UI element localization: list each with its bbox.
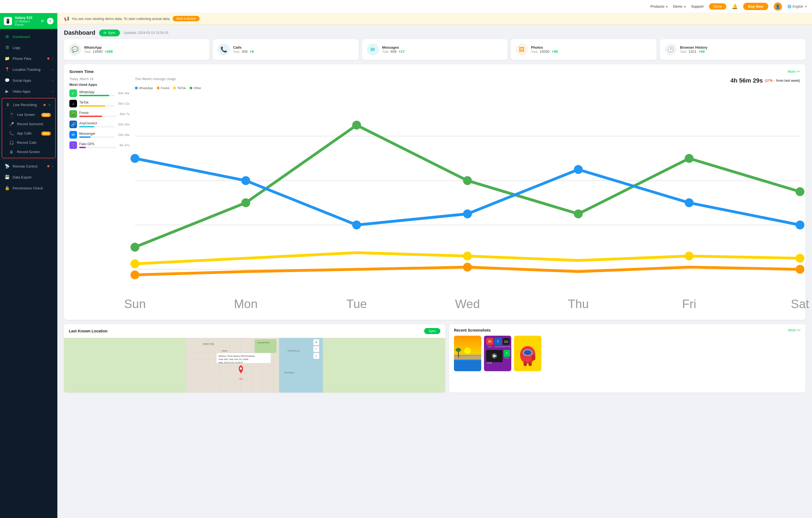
week-change: (17% ↑ from last week) <box>765 79 800 83</box>
language-selector[interactable]: 🌐 English ▾ <box>787 5 807 8</box>
svg-point-21 <box>795 254 804 263</box>
remote-control-icon: 📡 <box>4 164 10 169</box>
forest-app-icon: 🌳 <box>69 110 77 118</box>
svg-text:Facebook: Facebook <box>494 346 502 348</box>
sidebar-item-data-export[interactable]: 💾 Data Export <box>0 172 57 183</box>
screenshot-thumb-beach[interactable] <box>454 336 481 371</box>
svg-point-15 <box>574 165 583 174</box>
demo-banner-text: You are now viewing demo data. To start … <box>71 17 170 21</box>
photos-total-label: Total <box>531 50 537 53</box>
video-apps-icon: ▶ <box>4 89 10 94</box>
stat-card-calls[interactable]: 📞 Calls Total 359 +6 <box>213 39 358 60</box>
sidebar-item-record-screen[interactable]: 🖥 Record Screen <box>2 147 55 157</box>
screen-time-more-link[interactable]: More >> <box>788 70 800 74</box>
svg-point-11 <box>130 154 139 163</box>
calls-delta: +6 <box>250 50 254 54</box>
screen-time-title: Screen Time <box>69 69 94 74</box>
video-apps-arrow-icon: › <box>52 90 53 93</box>
legend-other: Other <box>190 86 201 90</box>
nav-demo[interactable]: Demo ▾ <box>673 4 686 8</box>
social-apps-icon: 💬 <box>4 78 10 83</box>
bottom-row: Last Known Location Sync <box>57 324 812 398</box>
dashboard-icon: ⊞ <box>4 34 10 39</box>
browser-history-stat-name: Browser History <box>680 45 801 50</box>
live-recording-icon: 🎙 <box>5 103 10 107</box>
sidebar-item-dashboard[interactable]: ⊞ Dashboard <box>0 31 57 42</box>
today-label: Today, March 19 <box>69 77 129 81</box>
stat-card-browser-history[interactable]: 🕐 Browser History Total 1321 +54 <box>660 39 806 60</box>
sidebar-item-video-apps[interactable]: ▶ Video Apps › <box>0 86 57 97</box>
chart-legend: WhatsApp Forest TikTok <box>135 86 800 90</box>
stat-card-messages[interactable]: ✉ Messages Total 608 +17 <box>362 39 508 60</box>
browser-history-icon: 🕐 <box>665 44 677 55</box>
messages-total-val: 608 <box>390 50 397 54</box>
app-bar-tiktok: ♪ TikTok 35m 11s <box>69 100 129 107</box>
sidebar-item-social-apps[interactable]: 💬 Social Apps › <box>0 75 57 86</box>
sidebar-label-dashboard: Dashboard <box>12 35 53 39</box>
stat-card-whatsapp[interactable]: 💬 WhatsApp Total 14560 +268 <box>64 39 209 60</box>
device-sub: Lil' Bobby's Phone <box>15 20 38 26</box>
sync-button[interactable]: ⟳ Sync <box>99 29 120 36</box>
svg-point-8 <box>574 209 583 218</box>
sidebar: 📱 Galaxy S10 Lil' Bobby's Phone ⟳ $ ⊞ Da… <box>0 13 57 518</box>
screenshots-row: ✉ f GS Email Facebook Galaxy Store 0:11 <box>454 336 801 371</box>
record-screen-icon: 🖥 <box>9 150 14 154</box>
svg-text:Central Park: Central Park <box>257 342 269 344</box>
svg-point-61 <box>240 367 242 370</box>
sidebar-item-permissions-check[interactable]: 🔒 Permissions Check <box>0 183 57 193</box>
svg-rect-98 <box>528 362 532 366</box>
sidebar-item-record-surround[interactable]: 🎤 Record Surround <box>2 119 55 129</box>
sidebar-item-live-screen[interactable]: 📱 Live Screen New <box>2 110 55 119</box>
nav-products[interactable]: Products ▾ <box>650 4 668 8</box>
sidebar-label-logs: Logs <box>12 46 53 50</box>
device-icon: 📱 <box>4 17 12 25</box>
svg-text:Galaxy Store: Galaxy Store <box>501 346 511 348</box>
sidebar-item-logs[interactable]: ☰ Logs <box>0 42 57 53</box>
nav-links: Products ▾ Demo ▾ Support <box>650 4 703 8</box>
live-screen-badge: New <box>41 113 51 117</box>
notification-bell-icon[interactable]: 🔔 <box>732 4 738 9</box>
stat-card-photos[interactable]: 🖼 Photos Total 15000 +39 <box>511 39 656 60</box>
svg-point-20 <box>685 251 693 260</box>
sidebar-item-record-calls[interactable]: 🎧 Record Calls <box>2 138 55 147</box>
calls-total-label: Total <box>233 50 239 53</box>
svg-text:Weeh: Weeh <box>222 350 228 352</box>
svg-rect-96 <box>531 355 535 360</box>
sidebar-label-data-export: Data Export <box>12 175 53 179</box>
svg-text:ASTORIA: ASTORIA <box>285 372 294 374</box>
bind-device-button[interactable]: bind a device <box>173 16 200 21</box>
sidebar-item-location-tracking[interactable]: 📍 Location Tracking › <box>0 64 57 75</box>
whatsapp-total-label: Total <box>84 50 90 53</box>
svg-text:Address: Times Square,1560 Bro: Address: Times Square,1560 Broadway <box>219 355 255 357</box>
nav-support[interactable]: Support <box>691 4 703 8</box>
sidebar-label-live-recording: Live Recording <box>13 103 41 107</box>
user-avatar[interactable]: 👤 <box>774 2 782 11</box>
beach-thumbnail <box>454 336 481 371</box>
social-apps-arrow-icon: › <box>52 79 53 82</box>
app-calls-badge: New <box>41 132 51 136</box>
location-tracking-icon: 📍 <box>4 67 10 72</box>
app-bar-messenger: ✉ Messenger 15m 26s <box>69 131 129 139</box>
screen-time-card: Screen Time More >> Today, March 19 Most… <box>64 64 806 320</box>
location-sync-button[interactable]: Sync <box>424 328 440 334</box>
screenshot-thumb-phone[interactable]: ✉ f GS Email Facebook Galaxy Store 0:11 <box>484 336 511 371</box>
sidebar-item-app-calls[interactable]: 📞 App Calls New <box>2 129 55 138</box>
screenshot-thumb-game[interactable] <box>514 336 541 371</box>
sidebar-item-remote-control[interactable]: 📡 Remote Control › <box>0 161 57 172</box>
screenshots-more-link[interactable]: More >> <box>788 328 801 332</box>
buy-now-button[interactable]: Buy Now <box>743 3 768 10</box>
svg-point-24 <box>795 265 804 274</box>
most-used-title: Most Used Apps <box>69 83 129 87</box>
phone-files-arrow-icon: › <box>52 57 53 60</box>
messenger-app-icon: ✉ <box>69 131 77 139</box>
live-screen-icon: 📱 <box>9 113 14 117</box>
screenshots-card: Recent Screenshots More >> <box>449 324 806 392</box>
remote-control-dot <box>47 165 50 167</box>
sidebar-item-live-recording[interactable]: 🎙 Live Recording ∨ <box>2 100 55 110</box>
device-selector[interactable]: 📱 Galaxy S10 Lil' Bobby's Phone ⟳ $ <box>0 13 57 29</box>
legend-forest: Forest <box>157 86 169 90</box>
device-arrow-icon: ⟳ <box>41 19 44 23</box>
svg-text:Mon: Mon <box>234 297 258 310</box>
sidebar-item-phone-files[interactable]: 📁 Phone Files › <box>0 53 57 64</box>
store-button[interactable]: Store <box>709 3 726 9</box>
